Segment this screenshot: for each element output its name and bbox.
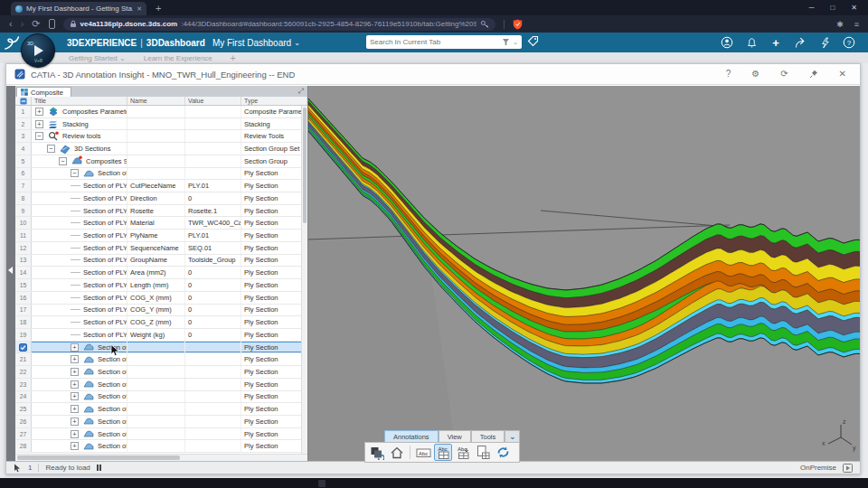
window-maximize-button[interactable]: □ — [830, 4, 835, 12]
select-all-checkbox[interactable] — [15, 97, 32, 105]
table-row[interactable]: +Section of PLY...Ply Section — [15, 342, 307, 354]
search-box[interactable]: ⌄ — [366, 35, 522, 49]
table-row[interactable]: 4−3D SectionsSection Group Set — [15, 143, 307, 155]
column-header-type[interactable]: Type — [241, 97, 307, 105]
dashboard-tab-getting-started[interactable]: Getting Started ⌄ — [69, 54, 126, 62]
column-header-title[interactable]: Title — [32, 97, 127, 105]
pause-icon[interactable] — [97, 465, 102, 471]
table-row[interactable]: 25+Section of PLY...Ply Section — [15, 403, 307, 416]
browser-menu-icon[interactable]: ≡ — [854, 20, 859, 29]
widget-settings-button[interactable]: ⚙ — [751, 70, 760, 79]
column-header-value[interactable]: Value — [185, 97, 241, 105]
toolbar-tab-tools[interactable]: Tools — [471, 430, 505, 442]
update-view-button[interactable] — [368, 444, 386, 461]
toolbar-collapse-button[interactable]: ⌄ — [505, 430, 520, 442]
table-row[interactable]: 7Section of PLY...CutPieceNamePLY.01Ply … — [15, 180, 307, 192]
expander-toggle[interactable]: − — [47, 145, 55, 153]
table-row[interactable]: 11Section of PLY...PlyNamePLY.01Ply Sect… — [15, 230, 307, 242]
panel-expand-icon[interactable]: ⤢ — [298, 87, 304, 96]
run-flag-icon[interactable] — [843, 464, 853, 473]
widget-refresh-button[interactable]: ⟳ — [780, 70, 788, 79]
row-number[interactable]: 16 — [15, 292, 32, 304]
key-icon[interactable] — [480, 20, 489, 29]
table-row[interactable]: 14Section of PLY...Area (mm2)0Ply Sectio… — [15, 267, 307, 279]
column-header-name[interactable]: Name — [127, 97, 185, 105]
filter-chevron-icon[interactable]: ⌄ — [513, 39, 518, 46]
dashboard-name[interactable]: My First Dashboard — [212, 38, 291, 48]
table-row[interactable]: 18Section of PLY...COG_Z (mm)0Ply Sectio… — [15, 316, 307, 329]
table-row[interactable]: 16Section of PLY...COG_X (mm)0Ply Sectio… — [15, 292, 307, 305]
toolbar-tab-view[interactable]: View — [439, 430, 471, 442]
new-tab-button[interactable]: + — [156, 2, 161, 15]
table-row[interactable]: 13Section of PLY...GroupNameToolside_Gro… — [15, 255, 307, 267]
3dcompass-logo[interactable]: 3D V+R — [21, 33, 55, 68]
reframe-button[interactable] — [494, 444, 512, 461]
table-row[interactable]: 3−Review toolsReview Tools — [15, 130, 307, 143]
toolbar-tab-annotations[interactable]: Annotations — [384, 430, 439, 442]
row-number[interactable]: 17 — [15, 305, 32, 316]
search-input[interactable] — [370, 38, 502, 46]
table-row[interactable]: 9Section of PLY...RosetteRosette.1Ply Se… — [15, 205, 307, 218]
tab-close-icon[interactable]: ✕ — [137, 5, 142, 13]
table-row[interactable]: 8Section of PLY...Direction0Ply Section — [15, 192, 307, 205]
expander-toggle[interactable]: + — [71, 392, 79, 400]
expander-toggle[interactable]: − — [71, 169, 79, 177]
row-number[interactable]: 22 — [15, 366, 32, 378]
expander-toggle[interactable]: + — [71, 418, 79, 426]
row-number[interactable]: 8 — [15, 192, 32, 204]
row-number[interactable]: 4 — [15, 143, 32, 155]
expander-toggle[interactable]: + — [35, 120, 43, 128]
expander-toggle[interactable]: + — [71, 343, 79, 352]
table-row[interactable]: 12Section of PLY...SequenceNameSEQ.01Ply… — [15, 242, 307, 255]
row-number[interactable]: 7 — [15, 180, 32, 192]
user-icon[interactable] — [721, 36, 733, 49]
table-row[interactable]: 10Section of PLY...MaterialTWR_WC400_Car… — [15, 217, 307, 230]
vscroll-thumb[interactable] — [303, 108, 307, 223]
widget-help-button[interactable]: ? — [726, 70, 731, 79]
vertical-scrollbar[interactable] — [301, 106, 307, 454]
table-row[interactable]: 17Section of PLY...COG_Y (mm)0Ply Sectio… — [15, 305, 307, 317]
text-with-table-button[interactable]: Abc — [434, 444, 452, 461]
text-annotation-button[interactable]: Abc — [414, 444, 432, 461]
back-button[interactable]: ‹ — [9, 15, 13, 33]
table-row[interactable]: 24+Section of PLY...Ply Section — [15, 391, 307, 404]
table-row[interactable]: 19Section of PLY...Weight (kg)0Ply Secti… — [15, 329, 307, 342]
row-number[interactable]: 11 — [15, 230, 32, 241]
row-number[interactable]: 14 — [15, 267, 32, 278]
expander-toggle[interactable]: + — [71, 368, 79, 376]
filter-icon[interactable] — [502, 38, 510, 46]
expander-toggle[interactable]: + — [71, 442, 79, 450]
shield-icon[interactable] — [513, 19, 523, 30]
row-number[interactable]: 23 — [15, 379, 32, 390]
address-bar[interactable]: ve4a1136plp.dsone.3ds.com :444/3DDashboa… — [63, 18, 495, 31]
row-number[interactable]: 6 — [15, 168, 32, 180]
row-number[interactable]: 27 — [15, 428, 32, 440]
table-row[interactable]: 1+Composites ParametersComposite Parame.… — [15, 106, 307, 118]
expander-toggle[interactable]: + — [71, 355, 79, 363]
row-number[interactable]: 19 — [15, 329, 32, 341]
dashboard-tab-learn[interactable]: Learn the Experience — [144, 54, 212, 62]
window-close-button[interactable]: ✕ — [851, 4, 857, 12]
table-row[interactable]: 2+StackingStacking — [15, 118, 307, 131]
lightning-icon[interactable] — [818, 36, 831, 49]
hscroll-thumb[interactable] — [17, 455, 180, 460]
row-number[interactable]: 25 — [15, 403, 32, 415]
expander-toggle[interactable]: + — [71, 380, 79, 389]
table-row[interactable]: 6−Section of PLY...Ply Section — [15, 168, 307, 181]
row-number[interactable]: 24 — [15, 391, 32, 403]
row-number[interactable]: 3 — [15, 130, 32, 142]
3d-viewport[interactable]: z x y — [308, 86, 860, 461]
tag-icon[interactable] — [527, 35, 539, 47]
reload-button[interactable]: ⟳ — [32, 15, 40, 33]
table-row[interactable]: 21+Section of PLY...Ply Section — [15, 353, 307, 366]
row-number[interactable]: 18 — [15, 316, 32, 328]
row-number[interactable]: 21 — [15, 353, 32, 365]
browser-tab[interactable]: My First Dashboard - Getting Sta... ✕ — [11, 2, 146, 15]
tab-composite[interactable]: Composite — [16, 87, 71, 97]
row-number[interactable]: 12 — [15, 242, 32, 254]
row-number[interactable]: 13 — [15, 255, 32, 267]
row-number[interactable]: 5 — [15, 155, 32, 167]
help-icon[interactable]: ? — [843, 36, 855, 49]
table-row[interactable]: 15Section of PLY...Length (mm)0Ply Secti… — [15, 279, 307, 292]
row-checkbox[interactable] — [15, 342, 32, 353]
